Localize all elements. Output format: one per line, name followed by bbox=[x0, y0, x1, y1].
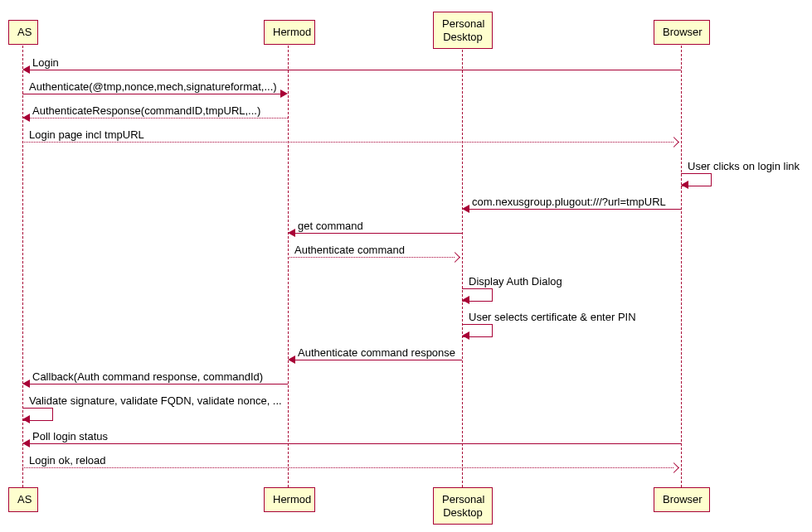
arrowhead-icon bbox=[288, 229, 295, 237]
message-arrow bbox=[30, 384, 288, 384]
lifeline-personal-desktop bbox=[462, 41, 463, 487]
participant-label: Personal bbox=[442, 493, 484, 505]
message-label: com.nexusgroup.plugout:///?url=tmpURL bbox=[472, 196, 666, 208]
message-label: Login page incl tmpURL bbox=[29, 128, 144, 141]
message-arrow bbox=[295, 233, 462, 234]
message-label: Display Auth Dialog bbox=[469, 275, 562, 288]
message-arrow bbox=[22, 94, 280, 94]
arrowhead-icon bbox=[669, 137, 679, 148]
arrowhead-icon bbox=[681, 181, 688, 189]
arrowhead-icon bbox=[22, 439, 30, 447]
participant-as-top: AS bbox=[8, 20, 38, 45]
participant-label: Personal bbox=[442, 17, 484, 30]
arrowhead-icon bbox=[462, 205, 469, 213]
arrowhead-icon bbox=[22, 415, 30, 423]
participant-label: AS bbox=[17, 493, 32, 505]
message-label: get command bbox=[298, 220, 363, 232]
arrowhead-icon bbox=[22, 114, 30, 122]
message-label: Authenticate command response bbox=[298, 346, 455, 359]
arrowhead-icon bbox=[462, 296, 469, 304]
participant-hermod-bottom: Hermod bbox=[264, 487, 315, 512]
arrowhead-icon bbox=[280, 89, 288, 98]
participant-label: Browser bbox=[663, 26, 703, 38]
message-arrow bbox=[30, 118, 288, 118]
participant-label: Desktop bbox=[443, 506, 483, 519]
message-arrow bbox=[30, 70, 681, 70]
participant-as-bottom: AS bbox=[8, 487, 38, 512]
arrowhead-icon bbox=[669, 462, 679, 473]
participant-label: Browser bbox=[663, 493, 703, 505]
arrowhead-icon bbox=[450, 252, 460, 263]
arrowhead-icon bbox=[462, 331, 469, 340]
participant-browser-top: Browser bbox=[654, 20, 710, 45]
message-arrow bbox=[295, 360, 462, 360]
message-arrow bbox=[22, 142, 673, 143]
message-label: AuthenticateResponse(commandID,tmpURL,..… bbox=[32, 104, 260, 117]
participant-label: Hermod bbox=[273, 493, 311, 505]
participant-personal-desktop-top: Personal Desktop bbox=[433, 12, 493, 49]
lifeline-hermod bbox=[288, 41, 289, 487]
arrowhead-icon bbox=[22, 65, 30, 74]
message-label: Login bbox=[32, 56, 59, 69]
message-label: Authenticate command bbox=[294, 244, 405, 256]
message-label: Poll login status bbox=[32, 430, 108, 443]
message-label: Authenticate(@tmp,nonce,mech,signaturefo… bbox=[29, 80, 277, 93]
participant-browser-bottom: Browser bbox=[654, 487, 710, 512]
participant-personal-desktop-bottom: Personal Desktop bbox=[433, 487, 493, 525]
message-arrow bbox=[469, 209, 681, 210]
message-label: Login ok, reload bbox=[29, 454, 106, 467]
message-label: User selects certificate & enter PIN bbox=[469, 311, 636, 323]
message-arrow bbox=[288, 257, 455, 258]
message-label: Callback(Auth command response, commandI… bbox=[32, 370, 263, 383]
message-label: Validate signature, validate FQDN, valid… bbox=[29, 394, 282, 407]
lifeline-browser bbox=[681, 41, 682, 487]
message-label: User clicks on login link bbox=[688, 160, 800, 172]
participant-label: Desktop bbox=[443, 31, 483, 43]
participant-label: AS bbox=[17, 26, 32, 38]
participant-label: Hermod bbox=[273, 26, 311, 38]
arrowhead-icon bbox=[288, 355, 295, 364]
arrowhead-icon bbox=[22, 380, 30, 388]
participant-hermod-top: Hermod bbox=[264, 20, 315, 45]
message-arrow bbox=[22, 467, 673, 468]
message-arrow bbox=[30, 443, 681, 444]
